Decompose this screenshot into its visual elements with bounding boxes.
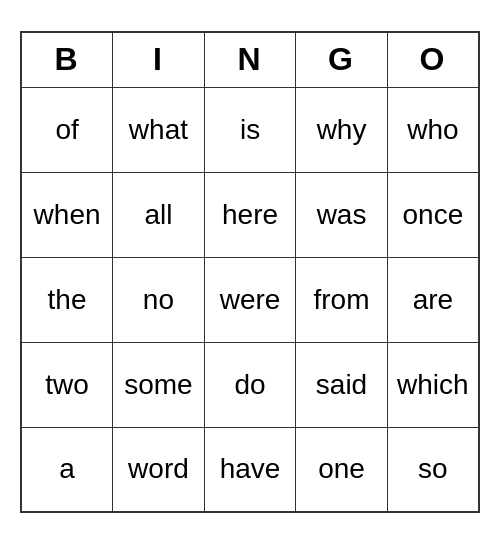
bingo-cell-2-2: were: [204, 257, 296, 342]
bingo-cell-0-0: of: [21, 87, 113, 172]
bingo-cell-0-3: why: [296, 87, 387, 172]
bingo-cell-2-3: from: [296, 257, 387, 342]
bingo-cell-4-0: a: [21, 427, 113, 512]
header-row: BINGO: [21, 32, 479, 87]
bingo-cell-1-3: was: [296, 172, 387, 257]
bingo-cell-0-1: what: [113, 87, 205, 172]
bingo-cell-2-0: the: [21, 257, 113, 342]
bingo-cell-0-4: who: [387, 87, 479, 172]
header-cell-i: I: [113, 32, 205, 87]
header-cell-n: N: [204, 32, 296, 87]
bingo-cell-0-2: is: [204, 87, 296, 172]
bingo-cell-3-4: which: [387, 342, 479, 427]
bingo-cell-3-1: some: [113, 342, 205, 427]
bingo-row-2: thenowerefromare: [21, 257, 479, 342]
bingo-row-0: ofwhatiswhywho: [21, 87, 479, 172]
bingo-cell-3-3: said: [296, 342, 387, 427]
bingo-cell-4-2: have: [204, 427, 296, 512]
bingo-cell-1-2: here: [204, 172, 296, 257]
bingo-cell-4-1: word: [113, 427, 205, 512]
bingo-row-4: awordhaveoneso: [21, 427, 479, 512]
bingo-cell-3-0: two: [21, 342, 113, 427]
bingo-cell-4-3: one: [296, 427, 387, 512]
bingo-cell-1-1: all: [113, 172, 205, 257]
bingo-cell-3-2: do: [204, 342, 296, 427]
bingo-cell-4-4: so: [387, 427, 479, 512]
header-cell-o: O: [387, 32, 479, 87]
bingo-cell-2-1: no: [113, 257, 205, 342]
bingo-row-1: whenallherewasonce: [21, 172, 479, 257]
bingo-row-3: twosomedosaidwhich: [21, 342, 479, 427]
header-cell-b: B: [21, 32, 113, 87]
header-cell-g: G: [296, 32, 387, 87]
bingo-cell-2-4: are: [387, 257, 479, 342]
bingo-card: BINGO ofwhatiswhywhowhenallherewasonceth…: [20, 31, 480, 513]
bingo-cell-1-0: when: [21, 172, 113, 257]
bingo-cell-1-4: once: [387, 172, 479, 257]
